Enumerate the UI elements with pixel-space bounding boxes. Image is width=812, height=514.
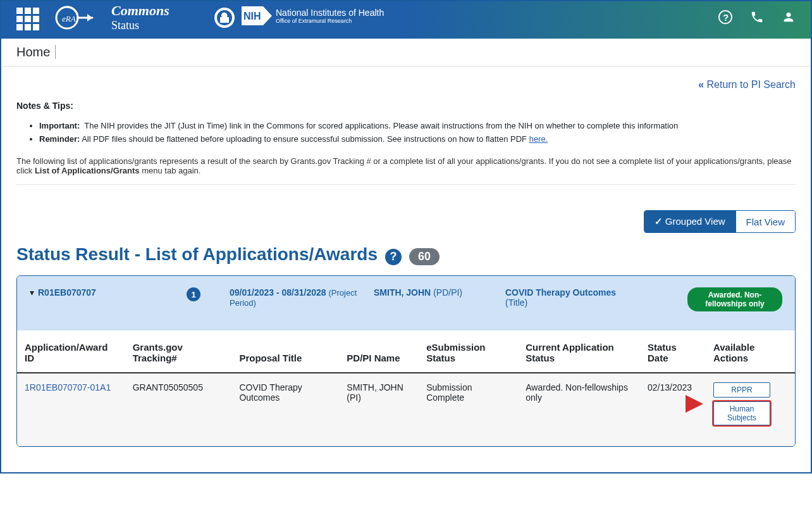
hhs-logo-icon bbox=[212, 6, 237, 32]
status-pill: Awarded. Non-fellowships only bbox=[687, 287, 782, 311]
nih-line2: Office of Extramural Research bbox=[276, 18, 384, 24]
th-proposal: Proposal Title bbox=[231, 330, 339, 373]
rppr-action-button[interactable]: RPPR bbox=[713, 382, 770, 398]
application-id-link[interactable]: 1R01EB070707-01A1 bbox=[25, 382, 111, 392]
note-reminder: Reminder: All PDF files should be flatte… bbox=[39, 134, 796, 144]
th-tracking: Grants.gov Tracking# bbox=[125, 330, 232, 373]
grant-card-header[interactable]: ▾R01EB070707 1 09/01/2023 - 08/31/2028 (… bbox=[17, 276, 795, 330]
status-result-title: Status Result - List of Applications/Awa… bbox=[16, 244, 378, 265]
status-result-count: 60 bbox=[409, 248, 440, 265]
followup-text: The following list of applications/grant… bbox=[16, 156, 796, 175]
chevron-down-icon[interactable]: ▾ bbox=[30, 287, 34, 298]
cell-tracking: GRANT05050505 bbox=[125, 373, 232, 446]
note-important: Important: The NIH provides the JIT (Jus… bbox=[39, 121, 796, 130]
svg-text:?: ? bbox=[723, 13, 729, 23]
help-icon[interactable]: ? bbox=[718, 10, 732, 26]
view-toggle: ✓Grouped View Flat View bbox=[16, 210, 796, 233]
applications-table: Application/Award ID Grants.gov Tracking… bbox=[17, 330, 795, 446]
grouped-view-button[interactable]: ✓Grouped View bbox=[644, 211, 735, 232]
brand-title: Commons bbox=[111, 3, 206, 19]
grant-card: ▾R01EB070707 1 09/01/2023 - 08/31/2028 (… bbox=[16, 275, 796, 447]
nih-logo: NIH National Institutes of Health Office… bbox=[242, 6, 384, 25]
breadcrumb-home[interactable]: Home bbox=[16, 45, 56, 59]
cell-curapp: Awarded. Non-fellowships only bbox=[518, 373, 640, 446]
notes-tips-title: Notes & Tips: bbox=[16, 101, 796, 111]
chevron-left-double-icon: « bbox=[698, 79, 704, 90]
th-curapp: Current Application Status bbox=[518, 330, 640, 373]
cell-proposal: COVID Therapy Outcomes bbox=[231, 373, 339, 446]
era-logo-icon: eRA bbox=[54, 4, 99, 34]
table-row: 1R01EB070707-01A1 GRANT05050505 COVID Th… bbox=[17, 373, 795, 446]
status-result-heading: Status Result - List of Applications/Awa… bbox=[16, 244, 796, 265]
top-bar: eRA Commons Status NIH National Institut… bbox=[1, 1, 811, 39]
flat-view-button[interactable]: Flat View bbox=[735, 211, 795, 232]
th-esub: eSubmission Status bbox=[419, 330, 518, 373]
phone-icon[interactable] bbox=[750, 10, 764, 26]
th-actions: Available Actions bbox=[706, 330, 795, 373]
th-appid: Application/Award ID bbox=[17, 330, 125, 373]
check-icon: ✓ bbox=[655, 216, 663, 227]
project-period: 09/01/2023 - 08/31/2028 (Project Period) bbox=[230, 287, 369, 308]
grant-title: COVID Therapy Outcomes(Title) bbox=[505, 287, 682, 308]
return-to-pi-search-link[interactable]: « Return to PI Search bbox=[698, 79, 796, 90]
annotation-arrow-icon bbox=[629, 391, 704, 417]
grant-id: R01EB070707 bbox=[38, 287, 96, 298]
divider bbox=[16, 184, 796, 185]
th-statusdate: Status Date bbox=[640, 330, 706, 373]
cell-pdpi: SMITH, JOHN (PI) bbox=[339, 373, 419, 446]
human-subjects-action-button[interactable]: Human Subjects bbox=[713, 401, 770, 425]
svg-text:NIH: NIH bbox=[243, 11, 261, 22]
th-pdpi: PD/PI Name bbox=[339, 330, 419, 373]
svg-text:eRA: eRA bbox=[62, 14, 76, 23]
user-icon[interactable] bbox=[782, 10, 796, 26]
brand-block: Commons Status bbox=[111, 3, 206, 32]
return-link-text: Return to PI Search bbox=[706, 79, 796, 90]
status-result-help-icon[interactable]: ? bbox=[385, 249, 402, 265]
cell-esub: Submission Complete bbox=[419, 373, 518, 446]
notes-list: Important: The NIH provides the JIT (Jus… bbox=[39, 121, 796, 144]
pi-name: SMITH, JOHN (PD/PI) bbox=[374, 287, 500, 298]
brand-subtitle: Status bbox=[111, 19, 206, 32]
flatten-pdf-here-link[interactable]: here. bbox=[529, 134, 548, 144]
nih-line1: National Institutes of Health bbox=[276, 8, 384, 18]
group-count-badge: 1 bbox=[187, 287, 200, 301]
apps-launcher-icon[interactable] bbox=[16, 8, 39, 30]
breadcrumb: Home bbox=[1, 39, 811, 66]
